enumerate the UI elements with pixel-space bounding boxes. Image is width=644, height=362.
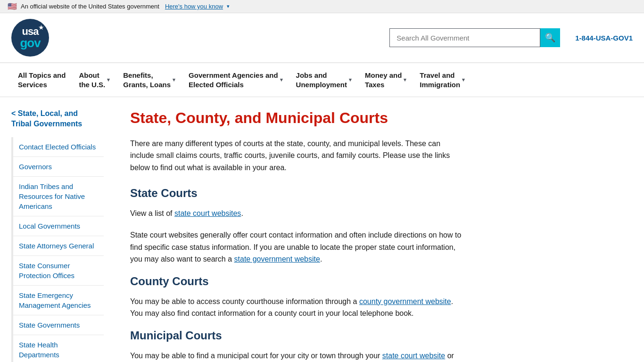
search-input[interactable] [389, 28, 540, 47]
chevron-travel-icon: ▾ [462, 76, 465, 83]
county-government-website-link[interactable]: county government website [359, 297, 451, 305]
nav-label-travel: Travel andImmigration [420, 71, 460, 89]
sidebar-link-state-consumer[interactable]: State Consumer Protection Offices [13, 256, 104, 285]
sidebar-link-governors[interactable]: Governors [13, 157, 104, 176]
main-content: State, County, and Municipal Courts Ther… [115, 108, 464, 362]
county-courts-heading: County Courts [130, 275, 464, 288]
municipal-courts-heading: Municipal Courts [130, 329, 464, 342]
search-area: 🔍 [389, 28, 560, 47]
logo-gov-text: gov [20, 37, 40, 49]
heres-how-link[interactable]: Here's how you know [165, 3, 223, 10]
page-layout: < State, Local, andTribal Governments Co… [0, 97, 644, 362]
nav-label-benefits: Benefits,Grants, Loans [123, 71, 171, 89]
state-courts-section: State Courts View a list of state court … [130, 187, 464, 265]
sidebar-link-state-emergency[interactable]: State Emergency Management Agencies [13, 286, 104, 315]
sidebar-link-local-governments[interactable]: Local Governments [13, 216, 104, 236]
nav-label-gov-agencies: Government Agencies andElected Officials [189, 71, 278, 89]
state-court-website-link[interactable]: state court website [382, 352, 445, 360]
logo-usa-text: usa [22, 26, 39, 37]
state-courts-heading: State Courts [130, 187, 464, 200]
usa-gov-logo[interactable]: ★ usa gov [11, 19, 49, 57]
site-header: ★ usa gov 🔍 1-844-USA-GOV1 [0, 13, 644, 63]
nav-item-about[interactable]: Aboutthe U.S. ▾ [72, 63, 116, 97]
nav-label-all-topics: All Topics andServices [18, 71, 66, 89]
sidebar-item-contact-elected: Contact Elected Officials [13, 137, 104, 157]
nav-item-gov-agencies[interactable]: Government Agencies andElected Officials… [182, 63, 289, 97]
flag-icon: 🇺🇸 [8, 2, 17, 11]
nav-label-money: Money andTaxes [365, 71, 402, 89]
county-courts-section: County Courts You may be able to access … [130, 275, 464, 320]
sidebar-item-state-attorneys: State Attorneys General [13, 236, 104, 256]
intro-paragraph: There are many different types of courts… [130, 138, 464, 174]
sidebar-item-state-health: State Health Departments [13, 335, 104, 362]
nav-label-jobs: Jobs andUnemployment [296, 71, 347, 89]
state-courts-p1: View a list of state court websites. [130, 207, 464, 220]
nav-label-about: Aboutthe U.S. [79, 71, 105, 89]
logo-area: ★ usa gov [11, 19, 49, 57]
sidebar-item-indian-tribes: Indian Tribes and Resources for Native A… [13, 177, 104, 216]
sidebar-back-link[interactable]: < State, Local, andTribal Governments [11, 108, 104, 130]
sidebar-item-state-emergency: State Emergency Management Agencies [13, 286, 104, 315]
nav-item-travel[interactable]: Travel andImmigration ▾ [413, 63, 471, 97]
chevron-jobs-icon: ▾ [349, 76, 352, 83]
page-title: State, County, and Municipal Courts [130, 108, 464, 128]
search-icon: 🔍 [545, 33, 555, 43]
sidebar-item-local-governments: Local Governments [13, 216, 104, 236]
chevron-about-icon: ▾ [107, 76, 110, 83]
sidebar-item-governors: Governors [13, 157, 104, 177]
municipal-courts-p1: You may be able to find a municipal cour… [130, 350, 464, 362]
sidebar-link-state-governments[interactable]: State Governments [13, 315, 104, 335]
chevron-money-icon: ▾ [404, 76, 406, 83]
gov-banner: 🇺🇸 An official website of the United Sta… [0, 0, 644, 13]
nav-item-jobs[interactable]: Jobs andUnemployment ▾ [289, 63, 358, 97]
municipal-courts-section: Municipal Courts You may be able to find… [130, 329, 464, 362]
phone-link[interactable]: 1-844-USA-GOV1 [575, 34, 633, 42]
sidebar-item-state-consumer: State Consumer Protection Offices [13, 256, 104, 286]
header-right: 🔍 1-844-USA-GOV1 [389, 28, 633, 47]
nav-item-money[interactable]: Money andTaxes ▾ [358, 63, 413, 97]
state-courts-p2: State court websites generally offer cou… [130, 229, 464, 265]
nav-item-benefits[interactable]: Benefits,Grants, Loans ▾ [116, 63, 182, 97]
state-government-website-link[interactable]: state government website [234, 255, 320, 263]
county-courts-p1: You may be able to access county courtho… [130, 296, 464, 320]
sidebar: < State, Local, andTribal Governments Co… [11, 108, 115, 362]
sidebar-link-state-health[interactable]: State Health Departments [13, 335, 104, 362]
chevron-down-icon: ▾ [227, 3, 230, 9]
nav-item-all-topics[interactable]: All Topics andServices [11, 63, 72, 97]
star-icon: ★ [38, 24, 44, 31]
sidebar-link-state-attorneys[interactable]: State Attorneys General [13, 236, 104, 255]
sidebar-item-state-governments: State Governments [13, 315, 104, 335]
sidebar-nav: Contact Elected Officials Governors Indi… [11, 137, 104, 362]
search-button[interactable]: 🔍 [540, 28, 560, 47]
sidebar-link-indian-tribes[interactable]: Indian Tribes and Resources for Native A… [13, 177, 104, 216]
chevron-benefits-icon: ▾ [173, 76, 175, 83]
sidebar-link-contact-elected[interactable]: Contact Elected Officials [13, 137, 104, 156]
chevron-agencies-icon: ▾ [280, 76, 283, 83]
main-nav: All Topics andServices Aboutthe U.S. ▾ B… [0, 63, 644, 97]
official-text: An official website of the United States… [21, 3, 159, 10]
state-court-websites-link[interactable]: state court websites [174, 209, 241, 217]
